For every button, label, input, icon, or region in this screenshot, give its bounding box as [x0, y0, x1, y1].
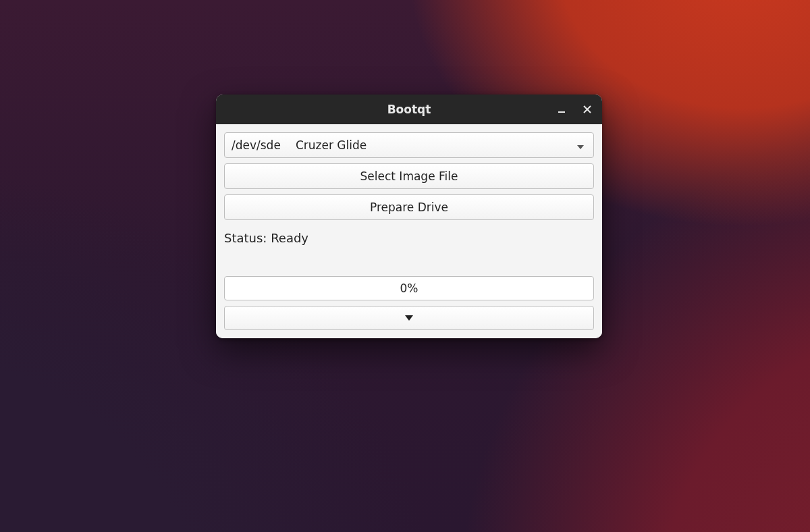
close-button[interactable] — [580, 103, 594, 116]
close-icon — [583, 105, 592, 114]
dropdown-arrow-icon — [577, 138, 584, 152]
window-title: Bootqt — [216, 103, 602, 116]
window-controls — [555, 95, 594, 124]
chevron-down-icon — [405, 315, 413, 321]
progress-bar: 0% — [224, 276, 594, 300]
progress-text: 0% — [400, 282, 418, 295]
drive-select-label: Cruzer Glide — [296, 138, 367, 152]
bootqt-window: Bootqt /dev/sde Cruzer Glide — [216, 95, 602, 338]
expand-button[interactable] — [224, 306, 594, 330]
minimize-icon — [557, 105, 566, 114]
svg-rect-0 — [558, 111, 565, 113]
minimize-button[interactable] — [555, 103, 568, 116]
prepare-drive-button[interactable]: Prepare Drive — [224, 194, 594, 220]
prepare-drive-label: Prepare Drive — [370, 201, 448, 214]
titlebar: Bootqt — [216, 95, 602, 124]
status-text: Status: Ready — [224, 231, 594, 245]
select-image-label: Select Image File — [360, 169, 458, 183]
select-image-button[interactable]: Select Image File — [224, 163, 594, 189]
drive-select-device: /dev/sde — [232, 138, 281, 152]
drive-select[interactable]: /dev/sde Cruzer Glide — [224, 132, 594, 158]
window-content: /dev/sde Cruzer Glide Select Image File … — [216, 124, 602, 338]
